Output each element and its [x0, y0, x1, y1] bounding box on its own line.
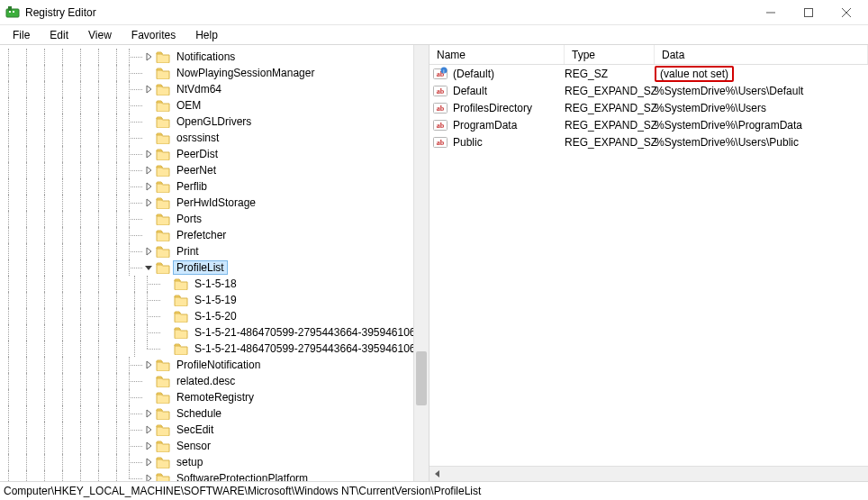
expand-icon[interactable] — [142, 438, 155, 454]
scrollbar-thumb[interactable] — [416, 351, 427, 405]
value-row[interactable]: abPublicREG_EXPAND_SZ%SystemDrive%\Users… — [429, 133, 868, 150]
tree-item[interactable]: ProfileNotification — [0, 357, 429, 373]
svg-marker-34 — [435, 470, 439, 477]
value-row[interactable]: abProgramDataREG_EXPAND_SZ%SystemDrive%\… — [429, 116, 868, 133]
tree-guide-line — [36, 259, 54, 276]
folder-icon — [156, 245, 170, 258]
tree-guide-line — [54, 276, 72, 292]
tree-vertical-scrollbar[interactable] — [413, 45, 429, 481]
value-row[interactable]: abDefaultREG_EXPAND_SZ%SystemDrive%\User… — [429, 82, 868, 99]
tree-item[interactable]: osrssinst — [0, 130, 429, 146]
expand-icon[interactable] — [142, 81, 155, 97]
expander-placeholder — [142, 130, 155, 146]
folder-icon — [156, 359, 170, 371]
collapse-icon[interactable] — [142, 259, 155, 276]
expand-icon[interactable] — [142, 146, 155, 162]
tree-item[interactable]: SoftwareProtectionPlatform — [0, 470, 429, 481]
tree-guide-line — [0, 243, 18, 259]
menu-edit[interactable]: Edit — [41, 27, 77, 43]
tree-guide-line — [126, 276, 144, 292]
tree-item[interactable]: setup — [0, 454, 429, 470]
expand-icon[interactable] — [142, 162, 155, 178]
tree-guide-line — [0, 146, 18, 162]
folder-icon — [156, 440, 170, 452]
tree-guide-line — [36, 114, 54, 130]
svg-text:ab: ab — [437, 139, 445, 147]
tree-guide-line — [36, 130, 54, 146]
expand-icon[interactable] — [142, 470, 155, 481]
tree-item[interactable]: SecEdit — [0, 422, 429, 438]
menu-view[interactable]: View — [79, 27, 121, 43]
menu-help[interactable]: Help — [186, 27, 227, 43]
value-name: ProfilesDirectory — [453, 102, 565, 114]
column-header-type[interactable]: Type — [565, 45, 655, 64]
tree-connector — [126, 389, 142, 405]
tree-item[interactable]: S-1-5-19 — [0, 292, 429, 308]
menu-file[interactable]: File — [4, 27, 39, 43]
value-type: REG_EXPAND_SZ — [565, 119, 655, 132]
tree-guide-line — [90, 130, 108, 146]
tree-guide-line — [18, 227, 36, 243]
values-list[interactable]: abi(Default)REG_SZ(value not set)abDefau… — [429, 65, 868, 150]
tree-item[interactable]: S-1-5-20 — [0, 308, 429, 324]
registry-tree[interactable]: NotificationsNowPlayingSessionManagerNtV… — [0, 45, 429, 481]
tree-guide-line — [90, 259, 108, 276]
tree-item-label: SecEdit — [174, 423, 216, 436]
tree-guide-line — [54, 405, 72, 422]
scroll-left-arrow-icon[interactable] — [429, 467, 445, 481]
tree-item-label: PeerNet — [174, 164, 219, 177]
value-row[interactable]: abProfilesDirectoryREG_EXPAND_SZ%SystemD… — [429, 99, 868, 116]
tree-guide-line — [18, 243, 36, 259]
menu-favorites[interactable]: Favorites — [122, 27, 185, 43]
tree-item[interactable]: Schedule — [0, 405, 429, 422]
expand-icon[interactable] — [142, 243, 155, 259]
tree-item[interactable]: RemoteRegistry — [0, 389, 429, 405]
tree-guide-line — [72, 114, 90, 130]
tree-guide-line — [108, 308, 126, 324]
expand-icon[interactable] — [142, 454, 155, 470]
tree-item[interactable]: PeerNet — [0, 162, 429, 178]
tree-item[interactable]: NtVdm64 — [0, 81, 429, 97]
window-close-button[interactable] — [836, 4, 857, 22]
tree-item[interactable]: Notifications — [0, 49, 429, 65]
expand-icon[interactable] — [142, 405, 155, 422]
column-header-name[interactable]: Name — [429, 45, 565, 64]
tree-item[interactable]: related.desc — [0, 373, 429, 389]
values-horizontal-scrollbar[interactable] — [429, 466, 868, 481]
tree-item[interactable]: OEM — [0, 97, 429, 114]
tree-item[interactable]: S-1-5-21-486470599-2795443664-3959461068… — [0, 324, 429, 341]
expand-icon[interactable] — [142, 422, 155, 438]
window-minimize-button[interactable] — [760, 4, 782, 22]
tree-guide-line — [36, 49, 54, 65]
tree-item[interactable]: Prefetcher — [0, 227, 429, 243]
tree-item[interactable]: Print — [0, 243, 429, 259]
tree-guide-line — [72, 341, 90, 357]
tree-item[interactable]: Ports — [0, 211, 429, 227]
values-pane: Name Type Data abi(Default)REG_SZ(value … — [429, 45, 868, 481]
tree-item[interactable]: OpenGLDrivers — [0, 114, 429, 130]
tree-guide-line — [90, 227, 108, 243]
tree-guide-line — [36, 357, 54, 373]
tree-item[interactable]: ProfileList — [0, 259, 429, 276]
tree-connector — [126, 81, 142, 97]
tree-item[interactable]: Sensor — [0, 438, 429, 454]
expand-icon[interactable] — [142, 195, 155, 211]
tree-connector — [126, 195, 142, 211]
tree-guide-line — [18, 357, 36, 373]
column-header-data[interactable]: Data — [655, 45, 868, 64]
tree-item[interactable]: PerHwIdStorage — [0, 195, 429, 211]
window-maximize-button[interactable] — [798, 4, 819, 22]
tree-item[interactable]: S-1-5-18 — [0, 276, 429, 292]
expand-icon[interactable] — [142, 49, 155, 65]
svg-rect-1 — [8, 6, 12, 11]
value-type: REG_EXPAND_SZ — [565, 102, 655, 114]
tree-item[interactable]: PeerDist — [0, 146, 429, 162]
expand-icon[interactable] — [142, 178, 155, 195]
tree-item[interactable]: Perflib — [0, 178, 429, 195]
folder-icon — [174, 310, 188, 323]
expander-placeholder — [160, 292, 173, 308]
tree-item[interactable]: S-1-5-21-486470599-2795443664-3959461068… — [0, 341, 429, 357]
expand-icon[interactable] — [142, 357, 155, 373]
value-row[interactable]: abi(Default)REG_SZ(value not set) — [429, 65, 868, 82]
tree-item[interactable]: NowPlayingSessionManager — [0, 65, 429, 81]
